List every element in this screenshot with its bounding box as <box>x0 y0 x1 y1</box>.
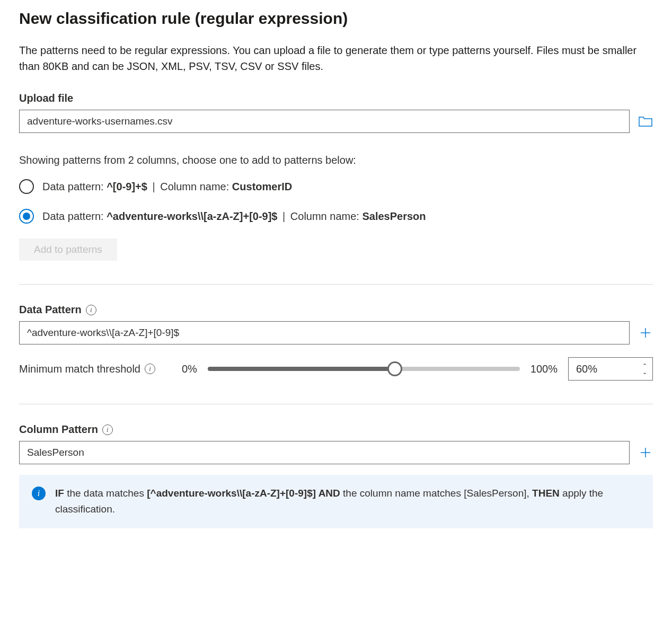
pattern-option-label: Data pattern: ^adventure-works\\[a-zA-Z]… <box>42 209 426 223</box>
stepper-up-icon[interactable]: ⌃ <box>642 362 647 369</box>
add-to-patterns-button[interactable]: Add to patterns <box>19 238 117 261</box>
pattern-option-salesperson[interactable]: Data pattern: ^adventure-works\\[a-zA-Z]… <box>19 209 653 224</box>
add-column-pattern-icon[interactable] <box>638 445 653 460</box>
browse-folder-icon[interactable] <box>638 114 653 129</box>
rule-summary-info: i IF the data matches [^adventure-works\… <box>19 475 653 528</box>
threshold-value: 60% <box>576 363 597 375</box>
upload-file-label: Upload file <box>19 92 653 104</box>
info-icon[interactable]: i <box>86 305 96 315</box>
threshold-label: Minimum match threshold i <box>19 363 155 375</box>
data-pattern-input[interactable] <box>19 321 630 344</box>
column-pattern-input[interactable] <box>19 441 630 464</box>
info-icon: i <box>32 487 46 500</box>
stepper-down-icon[interactable]: ⌄ <box>642 369 647 375</box>
radio-icon[interactable] <box>19 179 34 194</box>
threshold-value-stepper[interactable]: 60% ⌃ ⌄ <box>568 357 653 381</box>
pattern-option-label: Data pattern: ^[0-9]+$ | Column name: Cu… <box>42 180 292 193</box>
slider-thumb[interactable] <box>387 361 402 376</box>
rule-summary-text: IF the data matches [^adventure-works\\[… <box>55 485 640 518</box>
threshold-max-label: 100% <box>530 363 558 375</box>
add-data-pattern-icon[interactable] <box>638 325 653 340</box>
pattern-option-customerid[interactable]: Data pattern: ^[0-9]+$ | Column name: Cu… <box>19 179 653 194</box>
section-divider <box>19 404 653 404</box>
patterns-subheading: Showing patterns from 2 columns, choose … <box>19 154 653 166</box>
radio-icon[interactable] <box>19 209 34 224</box>
threshold-min-label: 0% <box>182 363 197 375</box>
threshold-slider[interactable] <box>208 367 520 371</box>
info-icon[interactable]: i <box>145 364 155 374</box>
description-text: The patterns need to be regular expressi… <box>19 42 653 74</box>
upload-file-input[interactable] <box>19 110 630 133</box>
section-divider <box>19 284 653 285</box>
info-icon[interactable]: i <box>102 425 113 435</box>
data-pattern-label: Data Pattern i <box>19 304 653 316</box>
page-title: New classification rule (regular express… <box>19 10 653 28</box>
column-pattern-label: Column Pattern i <box>19 423 653 436</box>
